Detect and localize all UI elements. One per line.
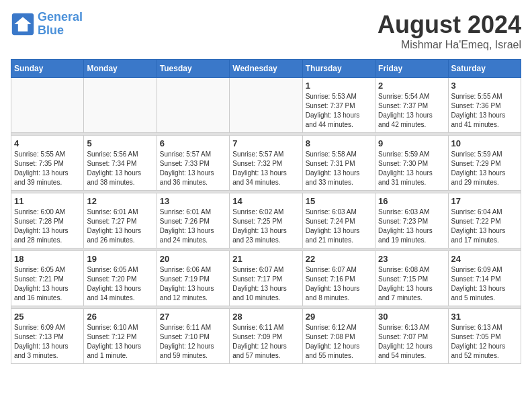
calendar-cell: 13Sunrise: 6:01 AM Sunset: 7:26 PM Dayli… [157,193,229,248]
header-wednesday: Wednesday [230,60,302,78]
day-number: 2 [378,81,445,91]
day-number: 13 [160,196,226,206]
calendar-cell [157,78,229,133]
day-info: Sunrise: 6:02 AM Sunset: 7:25 PM Dayligh… [232,208,299,245]
day-number: 24 [451,254,518,264]
calendar-cell: 26Sunrise: 6:10 AM Sunset: 7:12 PM Dayli… [84,309,157,364]
day-number: 3 [451,81,518,91]
logo-text: General Blue [38,11,83,38]
calendar-cell: 11Sunrise: 6:00 AM Sunset: 7:28 PM Dayli… [11,193,84,248]
day-number: 14 [232,196,299,206]
day-info: Sunrise: 5:59 AM Sunset: 7:30 PM Dayligh… [378,150,445,187]
day-info: Sunrise: 5:58 AM Sunset: 7:31 PM Dayligh… [306,150,372,187]
day-number: 21 [232,254,299,264]
day-number: 10 [451,138,518,148]
page-header: General Blue August 2024 Mishmar Ha'Emeq… [11,11,521,51]
calendar-cell: 19Sunrise: 6:05 AM Sunset: 7:20 PM Dayli… [84,251,157,306]
calendar-cell: 23Sunrise: 6:08 AM Sunset: 7:15 PM Dayli… [375,251,448,306]
calendar-cell: 15Sunrise: 6:03 AM Sunset: 7:24 PM Dayli… [302,193,375,248]
day-info: Sunrise: 6:05 AM Sunset: 7:21 PM Dayligh… [14,265,81,303]
day-number: 30 [378,312,445,322]
day-number: 31 [451,312,518,322]
day-info: Sunrise: 6:13 AM Sunset: 7:07 PM Dayligh… [378,323,445,361]
day-number: 1 [306,81,372,91]
calendar-cell [11,78,84,133]
day-info: Sunrise: 6:12 AM Sunset: 7:08 PM Dayligh… [306,323,372,361]
calendar-cell: 5Sunrise: 5:56 AM Sunset: 7:34 PM Daylig… [84,136,157,191]
header-friday: Friday [375,60,448,78]
calendar-cell: 29Sunrise: 6:12 AM Sunset: 7:08 PM Dayli… [302,309,375,364]
logo-icon [11,12,35,36]
day-info: Sunrise: 6:04 AM Sunset: 7:22 PM Dayligh… [451,208,518,245]
calendar-cell: 8Sunrise: 5:58 AM Sunset: 7:31 PM Daylig… [302,136,375,191]
calendar-cell: 16Sunrise: 6:03 AM Sunset: 7:23 PM Dayli… [375,193,448,248]
calendar-cell: 14Sunrise: 6:02 AM Sunset: 7:25 PM Dayli… [230,193,302,248]
day-number: 9 [378,138,445,148]
day-number: 11 [14,196,81,206]
calendar-cell: 30Sunrise: 6:13 AM Sunset: 7:07 PM Dayli… [375,309,448,364]
logo-line2: Blue [38,24,64,37]
calendar-cell: 20Sunrise: 6:06 AM Sunset: 7:19 PM Dayli… [157,251,229,306]
weekday-header-row: Sunday Monday Tuesday Wednesday Thursday… [11,60,521,78]
week-row-1: 1Sunrise: 5:53 AM Sunset: 7:37 PM Daylig… [11,78,521,133]
day-number: 5 [87,138,153,148]
header-saturday: Saturday [448,60,521,78]
header-thursday: Thursday [302,60,375,78]
calendar-cell: 7Sunrise: 5:57 AM Sunset: 7:32 PM Daylig… [230,136,302,191]
day-number: 20 [160,254,226,264]
calendar-cell: 3Sunrise: 5:55 AM Sunset: 7:36 PM Daylig… [448,78,521,133]
month-title: August 2024 [378,11,521,39]
day-info: Sunrise: 6:06 AM Sunset: 7:19 PM Dayligh… [160,265,226,303]
day-info: Sunrise: 6:13 AM Sunset: 7:05 PM Dayligh… [451,323,518,361]
day-number: 18 [14,254,81,264]
day-info: Sunrise: 6:11 AM Sunset: 7:09 PM Dayligh… [232,323,299,361]
calendar-cell [84,78,157,133]
calendar-cell: 17Sunrise: 6:04 AM Sunset: 7:22 PM Dayli… [448,193,521,248]
calendar-cell: 27Sunrise: 6:11 AM Sunset: 7:10 PM Dayli… [157,309,229,364]
day-info: Sunrise: 6:00 AM Sunset: 7:28 PM Dayligh… [14,208,81,245]
day-info: Sunrise: 6:07 AM Sunset: 7:16 PM Dayligh… [306,265,372,303]
day-number: 8 [306,138,372,148]
day-info: Sunrise: 6:09 AM Sunset: 7:13 PM Dayligh… [14,323,81,361]
week-row-5: 25Sunrise: 6:09 AM Sunset: 7:13 PM Dayli… [11,309,521,364]
day-number: 19 [87,254,153,264]
day-info: Sunrise: 5:57 AM Sunset: 7:32 PM Dayligh… [232,150,299,187]
day-info: Sunrise: 6:09 AM Sunset: 7:14 PM Dayligh… [451,265,518,303]
day-info: Sunrise: 6:10 AM Sunset: 7:12 PM Dayligh… [87,323,153,361]
calendar-cell: 18Sunrise: 6:05 AM Sunset: 7:21 PM Dayli… [11,251,84,306]
header-monday: Monday [84,60,157,78]
day-number: 7 [232,138,299,148]
week-row-2: 4Sunrise: 5:55 AM Sunset: 7:35 PM Daylig… [11,136,521,191]
day-number: 22 [306,254,372,264]
day-number: 15 [306,196,372,206]
calendar-cell: 1Sunrise: 5:53 AM Sunset: 7:37 PM Daylig… [302,78,375,133]
day-info: Sunrise: 6:05 AM Sunset: 7:20 PM Dayligh… [87,265,153,303]
title-block: August 2024 Mishmar Ha'Emeq, Israel [378,11,521,51]
day-number: 17 [451,196,518,206]
day-info: Sunrise: 5:53 AM Sunset: 7:37 PM Dayligh… [306,92,372,130]
day-info: Sunrise: 5:59 AM Sunset: 7:29 PM Dayligh… [451,150,518,187]
calendar-cell: 12Sunrise: 6:01 AM Sunset: 7:27 PM Dayli… [84,193,157,248]
day-number: 26 [87,312,153,322]
calendar-cell: 24Sunrise: 6:09 AM Sunset: 7:14 PM Dayli… [448,251,521,306]
calendar-cell: 31Sunrise: 6:13 AM Sunset: 7:05 PM Dayli… [448,309,521,364]
calendar-table: Sunday Monday Tuesday Wednesday Thursday… [11,59,521,364]
calendar-cell: 21Sunrise: 6:07 AM Sunset: 7:17 PM Dayli… [230,251,302,306]
calendar-cell: 28Sunrise: 6:11 AM Sunset: 7:09 PM Dayli… [230,309,302,364]
header-tuesday: Tuesday [157,60,229,78]
day-info: Sunrise: 6:07 AM Sunset: 7:17 PM Dayligh… [232,265,299,303]
day-number: 23 [378,254,445,264]
week-row-3: 11Sunrise: 6:00 AM Sunset: 7:28 PM Dayli… [11,193,521,248]
day-info: Sunrise: 5:54 AM Sunset: 7:37 PM Dayligh… [378,92,445,130]
day-number: 6 [160,138,226,148]
location-title: Mishmar Ha'Emeq, Israel [378,39,521,51]
calendar-cell: 10Sunrise: 5:59 AM Sunset: 7:29 PM Dayli… [448,136,521,191]
logo-line1: General [38,10,83,24]
day-info: Sunrise: 6:01 AM Sunset: 7:26 PM Dayligh… [160,208,226,245]
day-number: 12 [87,196,153,206]
calendar-cell: 22Sunrise: 6:07 AM Sunset: 7:16 PM Dayli… [302,251,375,306]
day-info: Sunrise: 6:01 AM Sunset: 7:27 PM Dayligh… [87,208,153,245]
calendar-cell: 2Sunrise: 5:54 AM Sunset: 7:37 PM Daylig… [375,78,448,133]
day-info: Sunrise: 6:03 AM Sunset: 7:24 PM Dayligh… [306,208,372,245]
day-number: 4 [14,138,81,148]
